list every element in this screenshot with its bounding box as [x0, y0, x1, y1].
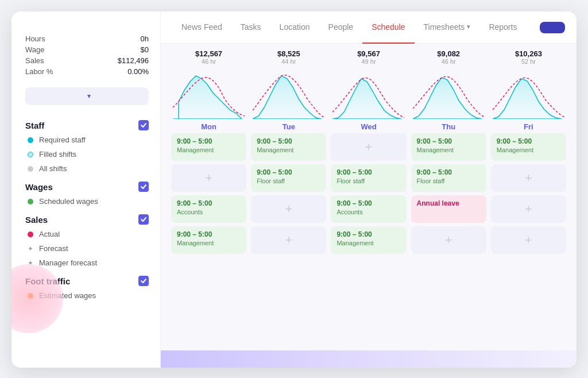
sidebar-item-filled-shifts[interactable]: Filled shifts	[25, 147, 149, 161]
day-hours: 46 hr	[202, 58, 216, 65]
section-title: Staff	[25, 121, 44, 130]
shift-role: Management	[336, 240, 400, 246]
stat-row: Wage$0	[25, 44, 149, 55]
day-hours: 49 hr	[361, 58, 376, 65]
section-wages: WagesScheduled wages	[25, 178, 149, 209]
sidebar-item-actual[interactable]: Actual	[25, 227, 149, 241]
day-label: Thu	[442, 122, 455, 131]
shift-role: Accounts	[177, 209, 241, 215]
schedule-grid: 9:00 – 5:00 Management + 9:00 – 5:00 Acc…	[161, 133, 577, 368]
shift-block[interactable]: +	[171, 164, 246, 192]
shift-time: 9:00 – 5:00	[417, 168, 481, 176]
shift-block[interactable]: +	[491, 226, 566, 254]
day-label: Wed	[361, 122, 376, 131]
day-hours: 52 hr	[521, 58, 536, 65]
section-checkbox[interactable]	[138, 276, 149, 286]
stat-value: $0	[83, 44, 149, 55]
shift-block: 9:00 – 5:00 Accounts	[171, 195, 246, 223]
day-wage: $9,082	[437, 49, 460, 58]
shift-block[interactable]: +	[251, 226, 326, 254]
day-wage: $12,567	[195, 49, 222, 58]
nav-item-reports[interactable]: Reports	[479, 11, 526, 44]
schedule-col-tue: 9:00 – 5:00 Management 9:00 – 5:00 Floor…	[251, 133, 326, 361]
item-label: Required staff	[39, 136, 86, 144]
day-wage: $10,263	[515, 49, 542, 58]
section-checkbox[interactable]	[138, 214, 149, 225]
nav-item-people[interactable]: People	[319, 11, 363, 44]
shift-time: 9:00 – 5:00	[177, 199, 241, 207]
shift-block: 9:00 – 5:00 Floor staff	[411, 164, 486, 192]
publish-shifts-button[interactable]	[540, 22, 565, 33]
chart-column-tue: $8,52544 hr	[251, 49, 326, 119]
day-label-col-tue: Tue	[251, 120, 326, 133]
chart-svg	[251, 67, 326, 119]
chart-svg	[331, 67, 406, 119]
stat-value: 0.00%	[83, 66, 149, 77]
day-wage: $8,525	[277, 49, 300, 58]
item-label: All shifts	[39, 164, 67, 173]
chart-svg-wrap	[491, 67, 566, 119]
item-label: Actual	[39, 230, 60, 238]
shift-role: Management	[177, 240, 241, 246]
dot-icon	[28, 166, 33, 172]
day-label: Fri	[524, 122, 533, 131]
sidebar-item-all-shifts[interactable]: All shifts	[25, 161, 149, 176]
shift-block[interactable]: +	[251, 195, 326, 223]
chart-column-fri: $10,26352 hr	[491, 49, 566, 119]
nav-item-location[interactable]: Location	[270, 11, 319, 44]
section-checkbox[interactable]	[138, 182, 149, 192]
shift-block[interactable]: +	[331, 133, 406, 161]
shift-time: 9:00 – 5:00	[417, 137, 481, 145]
stat-label: Labor %	[25, 66, 83, 77]
day-label-col-fri: Fri	[491, 120, 566, 133]
shift-time: 9:00 – 5:00	[257, 168, 320, 176]
nav-item-timesheets[interactable]: Timesheets ▾	[415, 11, 480, 44]
chart-svg-wrap	[411, 67, 486, 119]
metrics-button[interactable]: ▾	[25, 87, 149, 105]
shift-block: 9:00 – 5:00 Accounts	[331, 195, 406, 223]
sidebar-item-forecast[interactable]: ✦Forecast	[25, 241, 149, 256]
nav-bar: News FeedTasksLocationPeopleScheduleTime…	[161, 11, 577, 44]
shift-block[interactable]: +	[491, 195, 566, 223]
sidebar-item-required-staff[interactable]: Required staff	[25, 133, 149, 147]
section-staff: StaffRequired staffFilled shiftsAll shif…	[25, 117, 149, 176]
section-sales: SalesActual✦Forecast✦Manager forecast	[25, 211, 149, 270]
stat-label: Wage	[25, 44, 83, 55]
day-hours: 44 hr	[281, 58, 296, 65]
shift-role: Management	[257, 146, 320, 153]
chart-svg	[411, 67, 486, 119]
main-content: News FeedTasksLocationPeopleScheduleTime…	[161, 11, 577, 368]
chart-column-mon: $12,56746 hr	[171, 49, 246, 119]
shift-role: Floor staff	[336, 178, 400, 184]
dot-icon	[28, 137, 33, 143]
day-label: Tue	[283, 122, 295, 131]
chart-svg-wrap	[171, 67, 246, 119]
stat-value: 0h	[83, 33, 149, 44]
shift-block[interactable]: +	[411, 226, 486, 254]
stat-row: Hours0h	[25, 33, 149, 44]
section-title: Wages	[25, 182, 53, 192]
chart-svg	[171, 67, 246, 119]
shift-block: 9:00 – 5:00 Floor staff	[251, 164, 326, 192]
stat-value: $112,496	[83, 55, 149, 66]
dot-icon	[28, 152, 33, 157]
chart-column-thu: $9,08246 hr	[411, 49, 486, 119]
section-header: Sales	[25, 211, 149, 227]
chart-svg	[491, 67, 566, 119]
item-label: Forecast	[39, 244, 68, 253]
dot-icon	[28, 199, 33, 205]
nav-item-tasks[interactable]: Tasks	[231, 11, 270, 44]
item-label: Filled shifts	[39, 150, 76, 159]
shift-block[interactable]: +	[491, 164, 566, 192]
section-checkbox[interactable]	[138, 120, 149, 130]
nav-item-news-feed[interactable]: News Feed	[172, 11, 231, 44]
item-label: Manager forecast	[39, 259, 97, 267]
section-title: Sales	[25, 215, 48, 225]
shift-block: 9:00 – 5:00 Management	[411, 133, 486, 161]
shift-time: 9:00 – 5:00	[177, 137, 241, 145]
shift-block: 9:00 – 5:00 Management	[171, 133, 246, 161]
schedule-col-fri: 9:00 – 5:00 Management +++	[491, 133, 566, 361]
nav-item-schedule[interactable]: Schedule	[362, 11, 414, 44]
chart-column-wed: $9,56749 hr	[331, 49, 406, 119]
sidebar-item-scheduled-wages[interactable]: Scheduled wages	[25, 194, 149, 209]
